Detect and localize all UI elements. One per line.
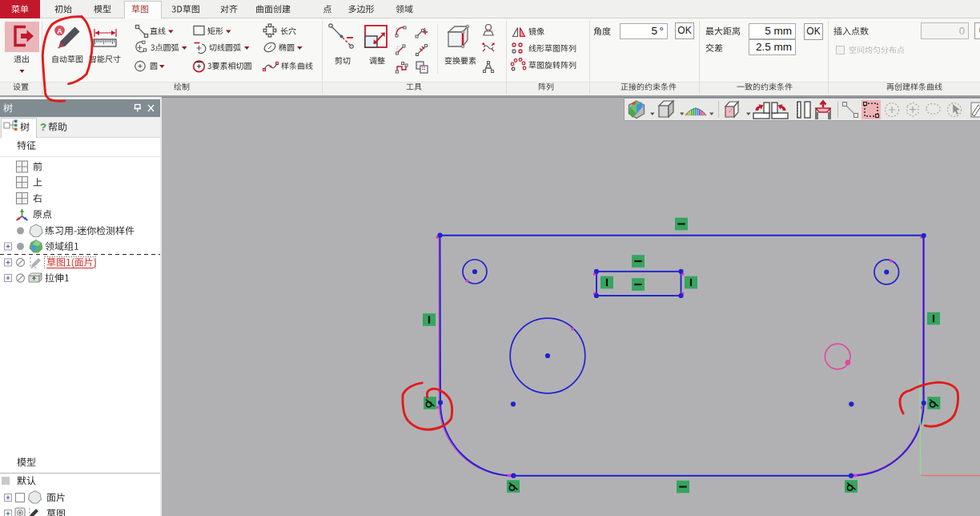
svg-text:A: A bbox=[57, 27, 62, 35]
svg-text:?: ? bbox=[40, 121, 46, 133]
